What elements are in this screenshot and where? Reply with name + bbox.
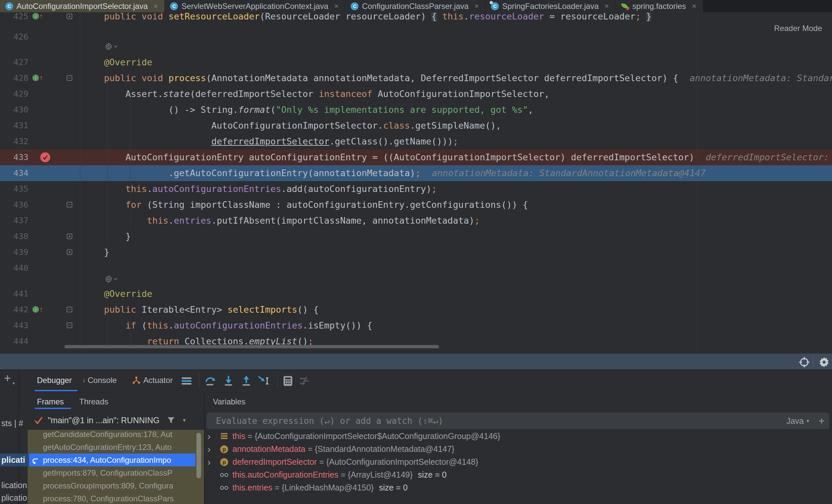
variable-row-3[interactable]: this.autoConfigurationEntries = {ArrayLi… [205, 468, 832, 481]
step-into-icon[interactable] [222, 374, 235, 388]
editor-tab-3[interactable]: CSpringFactoriesLoader.java× [486, 0, 616, 12]
rail-item-3[interactable]: plicatio [0, 492, 27, 504]
chevron-down-icon[interactable]: ▼ [806, 419, 810, 423]
code-vision-gear-icon[interactable] [105, 43, 118, 50]
editor-tab-0[interactable]: CAutoConfigurationImportSelector.java× [0, 0, 165, 12]
line-number-438[interactable]: 438 [0, 229, 28, 245]
tool-tab-debugger[interactable]: Debugger [37, 369, 72, 391]
line-number-444[interactable]: 444 [0, 334, 28, 349]
override-method-icon[interactable]: ↑↑ [32, 306, 43, 313]
override-method-icon[interactable]: ↑↑ [32, 13, 43, 20]
fold-collapse-icon[interactable]: − [67, 202, 72, 207]
line-number-437[interactable]: 437 [0, 213, 28, 229]
code-line-430[interactable]: () -> String.format("Only %s implementat… [82, 102, 534, 118]
line-number-436[interactable]: 436 [0, 197, 28, 213]
panel-divider[interactable] [204, 393, 205, 504]
line-number-441[interactable]: 441 [0, 286, 28, 302]
evaluate-expression-icon[interactable] [281, 374, 294, 388]
add-watch-button[interactable]: + [818, 415, 825, 427]
frame-row-3[interactable]: getImports:879, ConfigurationClassP [28, 467, 196, 479]
line-number-439[interactable]: 439 [0, 245, 28, 260]
code-line-439[interactable]: } [82, 245, 109, 260]
show-execution-point-icon[interactable] [798, 356, 810, 368]
code-line-436[interactable]: for (String importClassName : autoConfig… [82, 197, 528, 213]
frames-list[interactable]: getCandidateConfigurations:178, AutgetAu… [28, 430, 204, 504]
rail-item-0[interactable]: sts | # [0, 418, 23, 429]
line-number-435[interactable]: 435 [0, 181, 28, 197]
variable-row-4[interactable]: this.entries = {LinkedHashMap@4150}size … [205, 481, 832, 494]
editor-horizontal-scrollbar[interactable] [64, 345, 439, 348]
step-over-icon[interactable] [204, 374, 217, 388]
line-number-433[interactable]: 433 [0, 149, 28, 165]
breakpoint-icon[interactable] [40, 152, 50, 162]
language-selector[interactable]: Java [786, 416, 804, 426]
line-number-442[interactable]: 442 [0, 302, 28, 318]
code-line-441[interactable]: @Override [82, 286, 152, 302]
tool-tab-console[interactable]: ↓ Console [82, 369, 117, 391]
code-line-432[interactable]: deferredImportSelector.getClass().getNam… [82, 134, 458, 149]
line-number-432[interactable]: 432 [0, 134, 28, 149]
fold-collapse-icon[interactable]: − [67, 323, 72, 328]
variables-tree[interactable]: ›this = {AutoConfigurationImportSelector… [205, 430, 832, 504]
settings-gear-icon[interactable] [818, 356, 830, 368]
variable-row-1[interactable]: ›pannotationMetadata = {StandardAnnotati… [205, 443, 832, 455]
reader-mode-toggle[interactable]: Reader Mode [774, 24, 822, 33]
close-icon[interactable]: × [692, 3, 696, 10]
override-method-icon[interactable]: ↑↑ [32, 75, 43, 81]
variable-row-0[interactable]: ›this = {AutoConfigurationImportSelector… [205, 430, 832, 443]
thread-selector[interactable]: "main"@1 in ...ain": RUNNING ▼ [19, 411, 204, 430]
code-line-437[interactable]: this.entries.putIfAbsent(importClassName… [82, 213, 480, 229]
line-number-440[interactable]: 440 [0, 260, 28, 276]
fold-end-icon[interactable]: ∧ [67, 13, 72, 19]
frame-row-1[interactable]: getAutoConfigurationEntry:123, Auto [28, 441, 196, 453]
tab-threads[interactable]: Threads [79, 393, 108, 411]
frames-scrollbar[interactable] [197, 433, 201, 478]
trace-stream-icon[interactable] [298, 374, 311, 388]
frame-row-0[interactable]: getCandidateConfigurations:178, Aut [28, 430, 196, 441]
code-line-428[interactable]: public void process(AnnotationMetadata a… [82, 70, 832, 86]
code-line-431[interactable]: AutoConfigurationImportSelector.class.ge… [82, 118, 501, 134]
line-number-427[interactable]: 427 [0, 54, 28, 70]
code-line-434[interactable]: .getAutoConfigurationEntry(annotationMet… [82, 165, 706, 181]
tool-tab-actuator[interactable]: Actuator [132, 369, 173, 391]
fold-end-icon[interactable]: ∧ [67, 233, 72, 239]
editor-tab-4[interactable]: ✱spring.factories× [616, 0, 703, 12]
line-number-430[interactable]: 430 [0, 102, 28, 118]
layout-settings-icon[interactable] [180, 374, 193, 388]
code-line-427[interactable]: @Override [82, 54, 152, 70]
close-icon[interactable]: × [334, 3, 339, 10]
code-line-442[interactable]: public Iterable<Entry> selectImports() { [82, 302, 319, 318]
line-number-434[interactable]: 434 [0, 165, 28, 181]
fold-collapse-icon[interactable]: − [67, 75, 72, 81]
code-vision-gear-icon[interactable] [105, 275, 118, 283]
close-icon[interactable]: × [474, 3, 479, 10]
fold-collapse-icon[interactable]: − [67, 307, 72, 312]
variable-row-2[interactable]: ›pdeferredImportSelector = {AutoConfigur… [205, 455, 832, 468]
chevron-down-icon[interactable]: ▼ [182, 418, 186, 423]
run-to-cursor-icon[interactable] [258, 374, 271, 388]
editor-tab-1[interactable]: CServletWebServerApplicationContext.java… [165, 0, 345, 12]
evaluate-expression-input[interactable]: Evaluate expression (↵) or add a watch (… [207, 413, 829, 429]
code-line-433[interactable]: AutoConfigurationEntry autoConfiguration… [82, 149, 832, 165]
line-number-429[interactable]: 429 [0, 86, 28, 102]
filter-funnel-icon[interactable] [167, 416, 175, 424]
expand-chevron-icon[interactable]: › [207, 455, 211, 468]
fold-end-icon[interactable]: ∧ [67, 249, 72, 255]
add-button[interactable]: +▼ [4, 371, 11, 385]
rail-item-1[interactable]: plicati [0, 453, 29, 467]
frame-row-5[interactable]: process:780, ConfigurationClassPars [28, 492, 196, 504]
frame-row-2[interactable]: process:434, AutoConfigurationImpo [28, 453, 196, 467]
editor-tab-2[interactable]: CConfigurationClassParser.java× [345, 0, 486, 12]
line-number-443[interactable]: 443 [0, 318, 28, 334]
expand-chevron-icon[interactable]: › [207, 443, 211, 455]
code-line-443[interactable]: if (this.autoConfigurationEntries.isEmpt… [82, 318, 372, 334]
frame-row-4[interactable]: processGroupImports:809, Configura [28, 479, 196, 492]
code-line-438[interactable]: } [82, 229, 131, 245]
code-line-435[interactable]: this.autoConfigurationEntries.add(autoCo… [82, 181, 437, 197]
close-icon[interactable]: × [154, 3, 158, 10]
close-icon[interactable]: × [604, 3, 609, 10]
line-number-426[interactable]: 426 [0, 29, 28, 45]
line-number-431[interactable]: 431 [0, 118, 28, 134]
step-out-icon[interactable] [240, 374, 253, 388]
line-number-428[interactable]: 428 [0, 70, 28, 86]
